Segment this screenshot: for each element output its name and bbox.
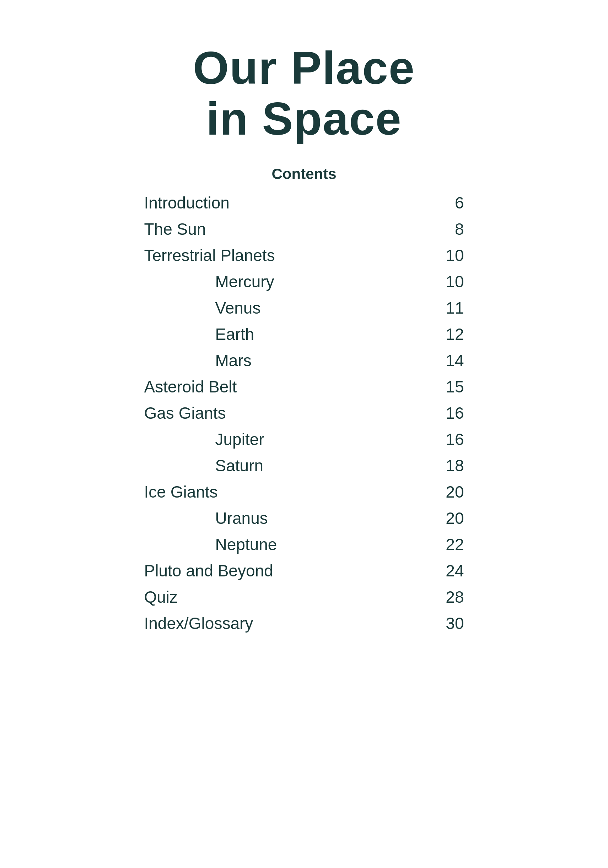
toc-label: Saturn	[144, 456, 264, 475]
toc-page: 22	[443, 535, 464, 554]
toc-row: Gas Giants16	[144, 400, 464, 426]
toc-label: Terrestrial Planets	[144, 246, 275, 265]
toc-label: Ice Giants	[144, 482, 218, 501]
title-line2: in Space	[193, 93, 415, 144]
toc-label: Earth	[144, 325, 254, 344]
toc-label: Pluto and Beyond	[144, 561, 273, 580]
toc-page: 8	[443, 220, 464, 239]
main-title: Our Place in Space	[193, 43, 415, 144]
toc-page: 16	[443, 403, 464, 423]
toc-row: Venus11	[144, 295, 464, 321]
toc-row: The Sun8	[144, 216, 464, 242]
toc-label: Introduction	[144, 193, 230, 212]
toc-page: 15	[443, 377, 464, 396]
toc-row: Terrestrial Planets10	[144, 242, 464, 268]
toc-label: Index/Glossary	[144, 614, 253, 633]
toc-row: Index/Glossary30	[144, 610, 464, 636]
toc-label: Jupiter	[144, 430, 264, 449]
title-line1: Our Place	[193, 43, 415, 93]
toc-row: Quiz28	[144, 584, 464, 610]
toc-label: The Sun	[144, 220, 206, 239]
toc-row: Jupiter16	[144, 426, 464, 453]
toc-label: Mercury	[144, 272, 274, 291]
toc-page: 16	[443, 430, 464, 449]
toc-label: Uranus	[144, 508, 268, 528]
toc-row: Uranus20	[144, 505, 464, 531]
toc-row: Earth12	[144, 321, 464, 347]
toc-page: 10	[443, 272, 464, 291]
toc-page: 28	[443, 587, 464, 607]
toc-row: Ice Giants20	[144, 479, 464, 505]
toc-label: Venus	[144, 298, 261, 318]
contents-heading: Contents	[144, 166, 464, 183]
toc-page: 30	[443, 614, 464, 633]
toc-label: Asteroid Belt	[144, 377, 237, 396]
toc-row: Mars14	[144, 347, 464, 374]
toc-label: Quiz	[144, 587, 178, 607]
toc-list: Introduction6The Sun8Terrestrial Planets…	[144, 190, 464, 636]
toc-row: Saturn18	[144, 453, 464, 479]
toc-label: Mars	[144, 351, 252, 370]
toc-page: 11	[443, 298, 464, 318]
toc-row: Pluto and Beyond24	[144, 558, 464, 584]
toc-page: 14	[443, 351, 464, 370]
toc-page: 20	[443, 482, 464, 501]
toc-page: 10	[443, 246, 464, 265]
toc-page: 18	[443, 456, 464, 475]
toc-page: 6	[443, 193, 464, 212]
toc-label: Neptune	[144, 535, 277, 554]
toc-row: Introduction6	[144, 190, 464, 216]
toc-label: Gas Giants	[144, 403, 226, 423]
toc-row: Neptune22	[144, 531, 464, 558]
toc-row: Mercury10	[144, 268, 464, 295]
toc-page: 24	[443, 561, 464, 580]
toc-row: Asteroid Belt15	[144, 374, 464, 400]
title-block: Our Place in Space	[193, 43, 415, 144]
toc-page: 20	[443, 508, 464, 528]
contents-section: Contents Introduction6The Sun8Terrestria…	[144, 166, 464, 636]
toc-page: 12	[443, 325, 464, 344]
